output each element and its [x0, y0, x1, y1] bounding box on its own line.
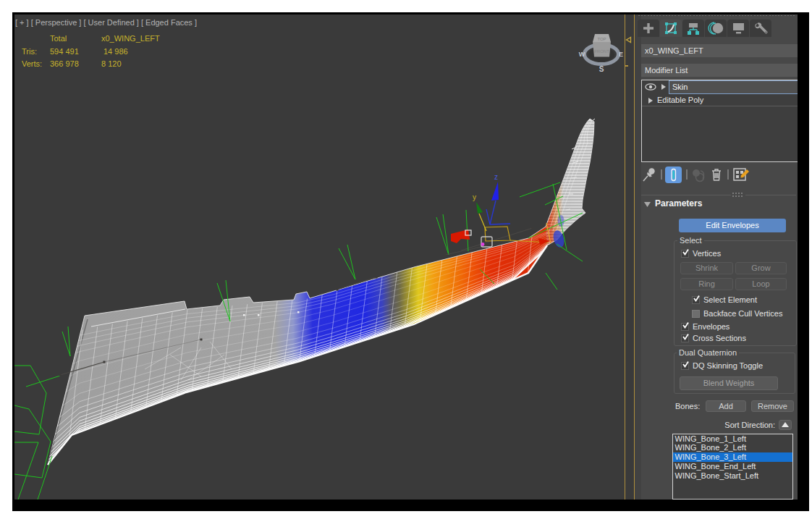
- svg-text:y: y: [473, 193, 476, 201]
- svg-text:z: z: [494, 173, 498, 181]
- svg-text:E: E: [619, 51, 623, 58]
- svg-text:FRONT: FRONT: [594, 49, 609, 54]
- svg-text:S: S: [599, 65, 604, 73]
- svg-text:TOP: TOP: [597, 37, 606, 41]
- svg-text:W: W: [579, 51, 585, 58]
